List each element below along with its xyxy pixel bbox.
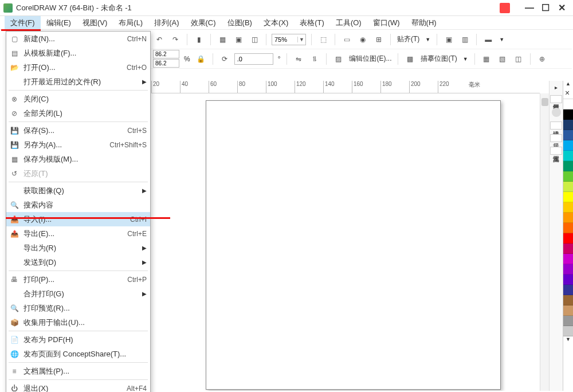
menu-item-7[interactable]: 文本(X) — [258, 16, 294, 30]
menu-item[interactable]: 💾另存为(A)...Ctrl+Shift+S — [6, 138, 150, 152]
toolbar-icon[interactable]: ◉ — [356, 33, 369, 46]
menu-item-0[interactable]: 文件(F) — [5, 16, 41, 30]
canvas-area[interactable] — [151, 93, 540, 391]
scrollbar-thumb[interactable] — [541, 98, 548, 106]
color-swatch[interactable] — [563, 254, 573, 264]
toolbar-icon[interactable]: ▮ — [193, 33, 205, 46]
menu-item[interactable]: 打开最近用过的文件(R)▶ — [6, 75, 150, 89]
maximize-button[interactable]: ☐ — [537, 2, 554, 14]
color-swatch[interactable] — [563, 223, 573, 233]
menu-item[interactable]: ▤从模板新建(F)... — [6, 46, 150, 60]
color-swatch[interactable] — [563, 202, 573, 213]
menu-item[interactable]: 📥导入(I)...Ctrl+I — [6, 212, 150, 226]
color-swatch[interactable] — [563, 171, 573, 182]
menu-item-10[interactable]: 窗口(W) — [367, 16, 406, 30]
zoom-input[interactable] — [272, 36, 297, 43]
menu-item[interactable]: ⊗关闭(C) — [6, 92, 150, 106]
menu-item[interactable]: 📂打开(O)...Ctrl+O — [6, 60, 150, 75]
edit-bitmap-button[interactable]: 编辑位图(E)... — [348, 54, 393, 64]
color-swatch[interactable] — [563, 233, 573, 244]
zoom-combo[interactable]: ▼ — [272, 34, 306, 45]
chevron-down-icon[interactable]: ▼ — [462, 56, 469, 62]
menu-item[interactable]: ▦保存为模版(M)... — [6, 152, 150, 166]
menu-item[interactable]: 📤导出(E)...Ctrl+E — [6, 226, 150, 241]
menu-item[interactable]: 🔍打印预览(R)... — [6, 301, 150, 315]
menu-item[interactable]: 导出为(R)▶ — [6, 241, 150, 255]
toolbar-icon[interactable]: ▧ — [496, 53, 509, 65]
x-input[interactable] — [153, 50, 179, 58]
color-swatch[interactable] — [563, 295, 573, 305]
menu-item[interactable]: ≡文档属性(P)... — [6, 364, 150, 378]
color-swatch[interactable] — [563, 151, 573, 161]
menu-item[interactable]: 📄发布为 PDF(H) — [6, 332, 150, 347]
menu-item[interactable]: ⏻退出(X)Alt+F4 — [6, 381, 150, 392]
bitmap-icon[interactable]: ▨ — [332, 53, 344, 65]
snap-label[interactable]: 贴齐(T) — [396, 34, 421, 44]
menu-item[interactable]: 📦收集用于输出(U)... — [6, 315, 150, 330]
chevron-down-icon[interactable]: ▼ — [424, 37, 431, 42]
menu-item-1[interactable]: 编辑(E) — [41, 16, 77, 30]
undo-button[interactable]: ↶ — [153, 33, 166, 46]
color-swatch[interactable] — [563, 109, 573, 120]
color-swatch[interactable] — [563, 120, 573, 130]
menu-item[interactable]: ▢新建(N)...Ctrl+N — [6, 32, 150, 46]
docker-tab[interactable]: 文本属性 — [550, 147, 562, 155]
palette-up-icon[interactable]: ▲ — [563, 81, 573, 89]
menu-item[interactable]: 发送到(D)▶ — [6, 255, 150, 269]
color-swatch[interactable] — [563, 213, 573, 223]
add-icon[interactable]: ⊕ — [536, 53, 548, 65]
color-swatch[interactable] — [563, 316, 573, 326]
close-button[interactable]: ✕ — [554, 2, 570, 14]
toolbar-icon[interactable]: ▦ — [216, 33, 229, 46]
menu-item-5[interactable]: 效果(C) — [185, 16, 222, 30]
trace-bitmap-button[interactable]: 描摹位图(T) — [419, 54, 458, 64]
menu-item[interactable]: 合并打印(G)▶ — [6, 287, 150, 301]
horizontal-ruler[interactable]: 20406080100120140160180200220毫米 — [151, 81, 540, 93]
trace-icon[interactable]: ▩ — [403, 53, 416, 65]
toolbar-icon[interactable]: ▣ — [442, 33, 455, 46]
toolbar-icon[interactable]: ▣ — [232, 33, 245, 46]
toolbar-icon[interactable]: ▭ — [340, 33, 353, 46]
minimize-button[interactable]: — — [521, 2, 537, 14]
menu-item-3[interactable]: 布局(L) — [113, 16, 148, 30]
color-swatch[interactable] — [563, 285, 573, 295]
flip-v-icon[interactable]: ⥮ — [308, 53, 321, 65]
menu-item[interactable]: 💾保存(S)...Ctrl+S — [6, 123, 150, 138]
docker-tab[interactable]: 提示 — [550, 134, 562, 142]
menu-item-2[interactable]: 视图(V) — [77, 16, 113, 30]
y-input[interactable] — [153, 59, 179, 68]
toolbar-icon[interactable]: ▦ — [480, 53, 493, 65]
color-swatch[interactable] — [563, 182, 573, 192]
color-swatch[interactable] — [563, 161, 573, 171]
menu-item-4[interactable]: 排列(A) — [148, 16, 185, 30]
color-swatch[interactable] — [563, 140, 573, 151]
menu-item-9[interactable]: 工具(O) — [330, 16, 367, 30]
toolbar-icon[interactable]: ◫ — [512, 53, 525, 65]
palette-down-icon[interactable]: ▼ — [563, 336, 573, 344]
rotation-input[interactable] — [234, 53, 273, 65]
color-swatch[interactable] — [563, 192, 573, 202]
chevron-down-icon[interactable]: ▼ — [498, 37, 505, 42]
toolbar-icon[interactable]: ▬ — [482, 33, 494, 46]
color-swatch[interactable] — [563, 99, 573, 109]
page[interactable] — [206, 100, 501, 390]
docker-tab[interactable]: 透镜 — [550, 121, 562, 130]
color-swatch[interactable] — [563, 264, 573, 275]
lens-icon[interactable] — [552, 108, 561, 117]
rotate-icon[interactable]: ⟳ — [218, 53, 231, 65]
menu-item[interactable]: 🔍搜索内容 — [6, 198, 150, 212]
menu-item[interactable]: ⊘全部关闭(L) — [6, 106, 150, 120]
toolbar-icon[interactable]: ◫ — [248, 33, 261, 46]
menu-item-11[interactable]: 帮助(H) — [406, 16, 442, 30]
color-swatch[interactable] — [563, 244, 573, 254]
color-swatch[interactable] — [563, 305, 573, 316]
vertical-scrollbar[interactable] — [540, 93, 549, 391]
docker-expand-icon[interactable]: ▸ — [555, 84, 558, 91]
docker-tab[interactable]: 对象属性 — [550, 95, 562, 103]
no-color-swatch[interactable] — [563, 89, 573, 99]
chevron-down-icon[interactable]: ▼ — [297, 37, 305, 42]
menu-item[interactable]: 🖶打印(P)...Ctrl+P — [6, 272, 150, 287]
toolbar-icon[interactable]: ⊞ — [372, 33, 385, 46]
rotation-field[interactable] — [235, 56, 265, 62]
toolbar-icon[interactable]: ⬚ — [317, 33, 329, 46]
